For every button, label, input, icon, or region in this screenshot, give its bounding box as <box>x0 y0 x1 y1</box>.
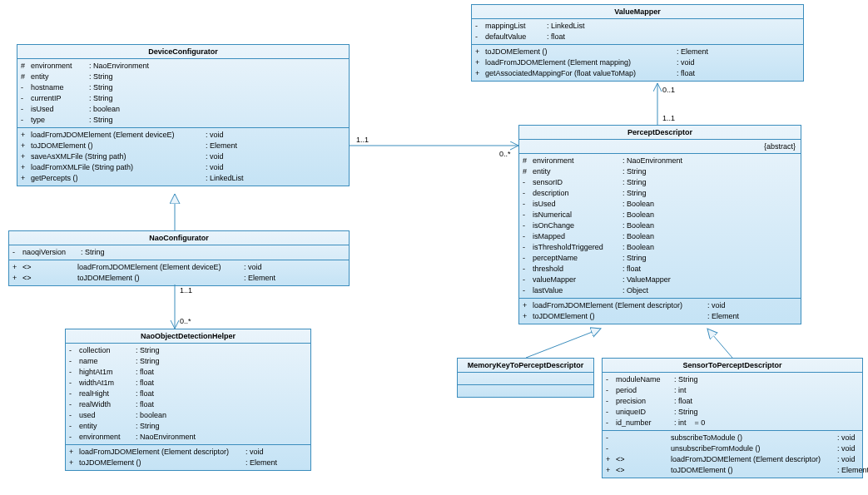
abstract-label: {abstract} <box>764 142 796 151</box>
op-row: +toJDOMElement (): Element <box>523 311 797 322</box>
mult-label: 0..* <box>499 150 511 158</box>
class-title: ValueMapper <box>472 5 803 19</box>
ops-section: +loadFromJDOMElement (Element descriptor… <box>66 445 310 470</box>
mult-label: 0..1 <box>662 86 675 94</box>
ops-section: +loadFromJDOMElement (Element descriptor… <box>519 299 801 324</box>
class-title-text: PerceptDescriptor <box>627 128 692 136</box>
attr-row: -isOnChange: Boolean <box>523 220 797 231</box>
class-nao-configurator: NaoConfigurator -naoqiVersion: String +<… <box>8 230 350 286</box>
class-device-configurator: DeviceConfigurator #environment: NaoEnvi… <box>17 44 350 186</box>
mult-label: 1..1 <box>356 136 369 144</box>
attr-row: #environment: NaoEnvironment <box>523 156 797 166</box>
op-row: +saveAsXMLFile (String path): void <box>21 151 345 162</box>
attr-row: -isNumerical: Boolean <box>523 210 797 220</box>
class-title: DeviceConfigurator <box>17 45 349 59</box>
attr-row: -naoqiVersion: String <box>12 247 345 258</box>
op-row: +toJDOMElement (): Element <box>69 458 307 468</box>
attr-row: -perceptName: String <box>523 253 797 264</box>
op-row: +loadFromJDOMElement (Element descriptor… <box>69 447 307 458</box>
attr-row: -collection: String <box>69 345 307 356</box>
class-memory-key-to-percept-descriptor: MemoryKeyToPerceptDescriptor <box>457 358 594 398</box>
class-sensor-to-percept-descriptor: SensorToPerceptDescriptor -moduleName: S… <box>602 358 863 478</box>
class-value-mapper: ValueMapper -mappingList: LinkedList-def… <box>471 4 804 82</box>
class-title: NaoConfigurator <box>9 231 349 245</box>
attr-row: -environment: NaoEnvironment <box>69 432 307 443</box>
op-row: +toJDOMElement (): Element <box>21 141 345 151</box>
op-row: +<>loadFromJDOMElement (Element descript… <box>606 454 859 465</box>
attr-row: -type: String <box>21 115 345 126</box>
attr-row: -period: int <box>606 385 859 396</box>
attr-row: -mappingList: LinkedList <box>475 21 800 32</box>
attr-row: -isUsed: Boolean <box>523 199 797 210</box>
op-row: +loadFromXMLFile (String path): void <box>21 162 345 173</box>
gen-sensor-perceptdesc <box>707 329 732 358</box>
class-nao-object-detection-helper: NaoObjectDetectionHelper -collection: St… <box>65 329 311 471</box>
ops-section: +<>loadFromJDOMElement (Element deviceE)… <box>9 260 349 285</box>
attr-row: -realWidth: float <box>69 399 307 410</box>
class-title: PerceptDescriptor <box>519 126 801 140</box>
abstract-section: {abstract} <box>519 140 801 154</box>
attr-row: -isMapped: Boolean <box>523 231 797 242</box>
attrs-section: -collection: String-name: String-hightAt… <box>66 344 310 445</box>
class-percept-descriptor: PerceptDescriptor {abstract} #environmen… <box>518 125 801 324</box>
empty-ops <box>458 385 593 397</box>
attr-row: #entity: String <box>21 72 345 82</box>
op-row: +loadFromJDOMElement (Element deviceE): … <box>21 130 345 141</box>
ops-section: +loadFromJDOMElement (Element deviceE): … <box>17 128 349 186</box>
attr-row: -isThresholdTriggered: Boolean <box>523 242 797 253</box>
op-row: +loadFromJDOMElement (Element mapping): … <box>475 57 800 68</box>
mult-label: 1..1 <box>662 114 675 122</box>
attr-row: -description: String <box>523 188 797 199</box>
mult-label: 0..* <box>180 317 191 325</box>
attrs-section: -naoqiVersion: String <box>9 245 349 260</box>
op-row: -unsubscribeFromModule (): void <box>606 443 859 454</box>
attr-row: -uniqueID: String <box>606 407 859 418</box>
empty-attrs <box>458 373 593 385</box>
attrs-section: #environment: NaoEnvironment#entity: Str… <box>17 59 349 128</box>
op-row: +<>toJDOMElement (): Element <box>12 273 345 284</box>
op-row: +<>loadFromJDOMElement (Element deviceE)… <box>12 262 345 273</box>
attr-row: -currentIP: String <box>21 93 345 104</box>
attr-row: -used: boolean <box>69 410 307 421</box>
op-row: +toJDOMElement (): Element <box>475 47 800 57</box>
attr-row: -valueMapper: ValueMapper <box>523 275 797 285</box>
attr-row: -threshold: float <box>523 264 797 275</box>
attr-row: -entity: String <box>69 421 307 432</box>
attr-row: -realHight: float <box>69 389 307 399</box>
gen-memkey-perceptdesc <box>526 329 601 358</box>
attr-row: -hostname: String <box>21 82 345 93</box>
ops-section: -subscribeToModule (): void-unsubscribeF… <box>603 431 862 478</box>
attr-row: -lastValue: Object <box>523 285 797 296</box>
attr-row: -name: String <box>69 356 307 367</box>
op-row: +loadFromJDOMElement (Element descriptor… <box>523 300 797 311</box>
attr-row: #environment: NaoEnvironment <box>21 61 345 72</box>
op-row: -subscribeToModule (): void <box>606 433 859 443</box>
class-title: SensorToPerceptDescriptor <box>603 359 862 373</box>
class-title: MemoryKeyToPerceptDescriptor <box>458 359 593 373</box>
attr-row: -moduleName: String <box>606 374 859 385</box>
attrs-section: -mappingList: LinkedList-defaultValue: f… <box>472 19 803 45</box>
attr-row: -hightAt1m: float <box>69 367 307 378</box>
attr-row: #entity: String <box>523 166 797 177</box>
attr-row: -widthAt1m: float <box>69 378 307 389</box>
ops-section: +toJDOMElement (): Element+loadFromJDOME… <box>472 45 803 81</box>
attrs-section: #environment: NaoEnvironment#entity: Str… <box>519 154 801 299</box>
op-row: +getAssociatedMappingFor (float valueToM… <box>475 68 800 79</box>
op-row: +getPercepts (): LinkedList <box>21 173 345 184</box>
op-row: +<>toJDOMElement (): Element <box>606 465 859 476</box>
class-title: NaoObjectDetectionHelper <box>66 329 310 344</box>
attrs-section: -moduleName: String-period: int-precisio… <box>603 373 862 431</box>
attr-row: -id_number: int = 0 <box>606 418 859 428</box>
attr-row: -precision: float <box>606 396 859 407</box>
attr-row: -defaultValue: float <box>475 32 800 42</box>
attr-row: -sensorID: String <box>523 177 797 188</box>
mult-label: 1..1 <box>180 286 192 295</box>
attr-row: -isUsed: boolean <box>21 104 345 115</box>
